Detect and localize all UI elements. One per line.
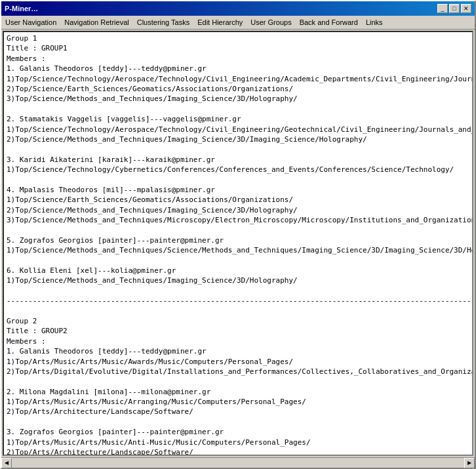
content-scroll[interactable]: Group 1Title : GROUP1Members :1. Galanis…: [4, 32, 472, 455]
menu-item-edit-hierarchy[interactable]: Edit Hierarchy: [193, 17, 247, 28]
content-line: 4. Mpalasis Theodoros [mil]---mpalasis@p…: [7, 185, 469, 195]
window-controls: _ □ ✕: [437, 4, 471, 13]
menu-bar: User NavigationNavigation RetrievalClust…: [1, 16, 475, 30]
content-line: Title : GROUP2: [7, 326, 469, 336]
window-title: P-Miner…: [5, 5, 38, 12]
content-line: [7, 256, 469, 266]
content-line: ----------------------------------------…: [7, 296, 469, 306]
horizontal-scrollbar: ◀ ▶: [1, 457, 475, 468]
content-line: Members :: [7, 336, 469, 346]
content-line: 1)Top/Science/Technology/Cybernetics/Con…: [7, 165, 469, 174]
scroll-left-button[interactable]: ◀: [1, 458, 12, 468]
content-line: [7, 144, 469, 154]
content-line: Members :: [7, 54, 469, 64]
content-line: 1)Top/Arts/Music/Arts/Music/Arranging/Mu…: [7, 397, 469, 407]
menu-item-navigation-retrieval[interactable]: Navigation Retrieval: [60, 17, 132, 28]
content-line: 2)Top/Arts/Digital/Evolutive/Digital/Ins…: [7, 367, 469, 377]
close-button[interactable]: ✕: [461, 4, 471, 13]
content-line: 3. Zografos Georgios [painter]---painter…: [7, 427, 469, 437]
menu-item-user-navigation[interactable]: User Navigation: [1, 17, 60, 28]
content-line: 1)Top/Arts/Music/Arts/Music/Awards/Music…: [7, 357, 469, 367]
content-line: 1. Galanis Theodoros [teddy]---teddy@pmi…: [7, 346, 469, 356]
content-line: 6. Kollia Eleni [xel]---kolia@pminer.gr: [7, 266, 469, 275]
content-line: 1)Top/Science/Methods_and_Techniques/Sci…: [7, 245, 469, 255]
menu-item-user-groups[interactable]: User Groups: [247, 17, 295, 28]
menu-item-back-and-forward[interactable]: Back and Forward: [296, 17, 362, 28]
maximize-button[interactable]: □: [449, 4, 460, 13]
content-line: 3)Top/Science/Methods_and_Techniques/Ima…: [7, 94, 469, 104]
content-line: [7, 104, 469, 114]
menu-item-links[interactable]: Links: [362, 17, 387, 28]
content-line: 1)Top/Science/Earth_Sciences/Geomatics/A…: [7, 195, 469, 205]
content-line: [7, 225, 469, 235]
scroll-right-button[interactable]: ▶: [464, 458, 475, 468]
content-line: 3)Top/Science/Methods_and_Techniques/Mic…: [7, 215, 469, 225]
content-line: 1. Galanis Theodoros [teddy]---teddy@pmi…: [7, 64, 469, 73]
main-window: P-Miner… _ □ ✕ User NavigationNavigation…: [0, 0, 476, 469]
menu-item-clustering-tasks[interactable]: Clustering Tasks: [133, 17, 194, 28]
content-line: 1)Top/Science/Methods_and_Techniques/Ima…: [7, 275, 469, 285]
content-line: 2)Top/Science/Methods_and_Techniques/Ima…: [7, 134, 469, 144]
content-line: [7, 174, 469, 184]
content-line: Title : GROUP1: [7, 43, 469, 53]
title-bar: P-Miner… _ □ ✕: [1, 1, 475, 16]
content-line: 3. Karidi Aikaterini [karaik]---karaik@p…: [7, 155, 469, 165]
content-line: 2)Top/Science/Methods_and_Techniques/Ima…: [7, 205, 469, 215]
content-line: 2)Top/Arts/Architecture/Landscape/Softwa…: [7, 447, 469, 455]
content-line: 2)Top/Science/Earth_Sciences/Geomatics/A…: [7, 84, 469, 94]
content-line: 5. Zografos Georgios [painter]---painter…: [7, 235, 469, 245]
content-line: 2)Top/Arts/Architecture/Landscape/Softwa…: [7, 407, 469, 417]
scroll-track[interactable]: [12, 458, 464, 468]
content-line: 1)Top/Science/Technology/Aerospace/Techn…: [7, 74, 469, 84]
content-line: [7, 286, 469, 296]
content-line: Group 1: [7, 33, 469, 43]
content-area: Group 1Title : GROUP1Members :1. Galanis…: [3, 31, 473, 456]
content-line: 2. Stamatakis Vaggelis [vaggelis]---vagg…: [7, 114, 469, 124]
content-line: [7, 377, 469, 386]
content-line: 1)Top/Arts/Music/Arts/Music/Anti-Music/M…: [7, 438, 469, 447]
content-line: [7, 417, 469, 427]
content-line: 2. Milona Magdalini [milona]---milona@pm…: [7, 387, 469, 397]
minimize-button[interactable]: _: [437, 4, 448, 13]
content-line: [7, 306, 469, 316]
content-line: Group 2: [7, 316, 469, 326]
content-line: 1)Top/Science/Technology/Aerospace/Techn…: [7, 125, 469, 134]
